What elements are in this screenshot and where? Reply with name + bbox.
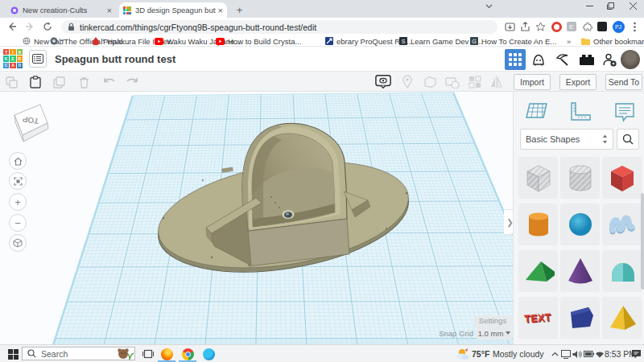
shape-roof[interactable]	[518, 250, 558, 292]
fit-view-button[interactable]	[9, 172, 27, 190]
install-icon[interactable]	[502, 19, 517, 34]
weather-icon[interactable]	[456, 348, 469, 360]
taskbar-search-box[interactable]: Search	[22, 347, 135, 360]
blocks-view-button[interactable]	[505, 49, 526, 70]
svg-text:TEXT: TEXT	[523, 311, 551, 324]
shape-cylinder-orange[interactable]	[518, 204, 558, 245]
bookmark-build-crystal[interactable]: How to Build Crysta...	[216, 36, 301, 46]
shape-box-transparent[interactable]	[518, 157, 558, 199]
tinkercad-logo[interactable]: TIN KER CAD	[3, 49, 23, 68]
minimize-button[interactable]	[581, 0, 597, 12]
extension-red-icon[interactable]	[549, 19, 564, 34]
extension-gray-icon[interactable]: E	[564, 19, 579, 34]
sidebar-scrollbar[interactable]	[641, 193, 644, 290]
notification-center-icon[interactable]	[629, 347, 643, 361]
browser-menu-icon[interactable]	[627, 19, 642, 34]
undo-icon[interactable]	[101, 74, 118, 90]
design-menu-button[interactable]	[29, 50, 47, 68]
tab-strip: New creation·Cults × 3D design Speagun b…	[0, 0, 644, 18]
share-icon[interactable]	[518, 19, 532, 34]
minecraft-pickaxe-icon[interactable]	[552, 49, 573, 70]
send-to-button[interactable]: Send To	[605, 74, 642, 90]
shape-polygon[interactable]	[560, 297, 600, 339]
shape-search-button[interactable]	[617, 129, 639, 150]
shape-pyramid[interactable]	[602, 297, 642, 339]
shape-cylinder-transparent[interactable]	[560, 157, 600, 199]
snap-grid-dropdown[interactable]: 1.0 mm	[477, 327, 512, 339]
search-placeholder: Search	[41, 349, 68, 359]
group-icon[interactable]	[467, 74, 483, 90]
weather-temp[interactable]: 75°F	[472, 349, 489, 359]
chrome-taskbar-icon[interactable]	[180, 347, 195, 361]
maximize-button[interactable]	[602, 0, 618, 12]
workplane-tool-icon[interactable]	[525, 101, 549, 122]
search-highlight-bear	[115, 347, 134, 360]
shape-box-red[interactable]	[602, 157, 642, 199]
tab-close-icon[interactable]: ×	[218, 6, 223, 15]
ruler-tool-icon[interactable]	[444, 74, 460, 90]
shape-round-roof[interactable]	[602, 250, 642, 292]
simlab-gumdrop-icon[interactable]	[528, 49, 549, 70]
forward-button[interactable]	[23, 19, 37, 34]
g-favicon-icon: G	[470, 37, 478, 45]
model-3d[interactable]	[0, 92, 513, 344]
shape-sphere[interactable]	[560, 204, 600, 245]
reload-button[interactable]	[40, 19, 55, 34]
export-button[interactable]: Export	[559, 74, 597, 90]
mirror-icon[interactable]	[488, 74, 504, 90]
ruler-icon[interactable]	[569, 101, 592, 122]
bookmark-star-icon[interactable]	[533, 19, 547, 34]
tab-search-chevron-icon[interactable]	[481, 0, 496, 12]
zoom-in-button[interactable]: +	[9, 193, 27, 211]
address-bar[interactable]: tinkercad.com/things/cgrFtyonq9B-speagun…	[61, 20, 497, 34]
show-all-icon[interactable]	[375, 74, 391, 90]
settings-button[interactable]: Settings	[473, 315, 512, 327]
design-title[interactable]: Speagun butt round test	[55, 53, 175, 65]
firefox-taskbar-icon[interactable]	[159, 347, 174, 361]
perspective-toggle-button[interactable]	[9, 234, 27, 252]
home-view-button[interactable]	[9, 152, 27, 170]
shape-category-dropdown[interactable]: Basic Shapes	[520, 129, 613, 150]
notes-tool-icon[interactable]	[613, 101, 636, 124]
bookmarks-bar: New Tab "The Official" Halo... Pepakura …	[0, 35, 644, 47]
start-button[interactable]	[6, 347, 20, 361]
view-cube[interactable]: TOP	[0, 100, 64, 156]
paste-icon[interactable]	[27, 74, 43, 90]
lego-brick-icon[interactable]	[576, 49, 597, 70]
extension-dark-icon[interactable]	[595, 19, 609, 34]
user-avatar[interactable]	[620, 49, 641, 70]
tab-tinkercad[interactable]: 3D design Speagun butt round t ×	[119, 2, 227, 18]
task-view-button[interactable]	[141, 347, 155, 361]
other-bookmarks[interactable]: Other bookmarks	[581, 36, 644, 46]
design-canvas[interactable]: TOP + − Settings Snap Grid 1.0 mm ❯	[0, 92, 513, 344]
tab-new-creation[interactable]: New creation·Cults ×	[6, 2, 116, 18]
bookmark-create-ebook[interactable]: GHow To Create An E...	[470, 36, 556, 46]
bookmark-ebrary[interactable]: ebrary ProQuest Re...	[325, 36, 411, 46]
shape-scribble[interactable]	[602, 204, 642, 245]
bookmarks-overflow-chevron[interactable]: »	[567, 36, 571, 46]
browser-toolbar: tinkercad.com/things/cgrFtyonq9B-speagun…	[0, 18, 644, 35]
new-tab-button[interactable]: +	[233, 4, 246, 16]
shape-outline-icon[interactable]	[422, 74, 438, 90]
tab-close-icon[interactable]: ×	[107, 6, 112, 15]
share-person-icon[interactable]	[599, 49, 620, 70]
redo-icon[interactable]	[124, 74, 140, 90]
zoom-out-button[interactable]: −	[9, 214, 27, 232]
duplicate-icon[interactable]	[52, 74, 68, 90]
s-favicon-icon: S	[399, 37, 407, 45]
delete-icon[interactable]	[76, 74, 92, 90]
import-button[interactable]: Import	[514, 74, 551, 90]
shape-text[interactable]: TEXTTEXT	[518, 297, 558, 339]
close-button[interactable]	[625, 0, 641, 12]
back-button[interactable]	[5, 19, 19, 34]
workplane-pin-icon[interactable]	[399, 74, 415, 90]
copy-icon[interactable]	[3, 74, 19, 90]
weather-desc[interactable]: Mostly cloudy	[493, 349, 544, 359]
dropdown-arrow-icon	[506, 331, 510, 335]
profile-avatar[interactable]: PJ	[611, 19, 625, 34]
windows-taskbar: Search 75°F Mostly cloudy 8:53 PM	[0, 344, 644, 362]
edge-taskbar-icon[interactable]	[201, 347, 216, 361]
shape-cone[interactable]	[560, 250, 600, 292]
extensions-puzzle-icon[interactable]	[580, 19, 595, 34]
panel-collapse-handle[interactable]: ❯	[504, 209, 513, 235]
